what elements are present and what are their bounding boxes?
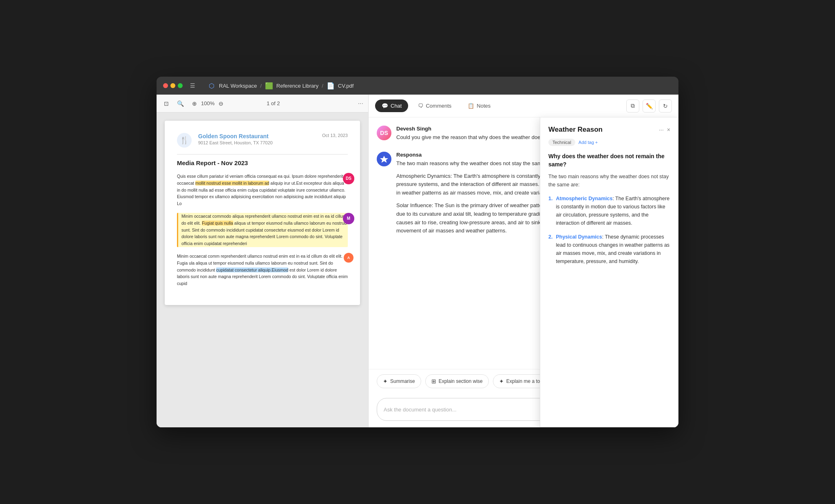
notes-list: 1. Atmospheric Dynamics: The Earth's atm… [548,195,670,271]
notes-item-2-link: Physical Dynamics [556,234,602,240]
pdf-highlight-2: Fugiat quis nulla [202,221,233,225]
svg-marker-2 [380,156,388,163]
notes-close-button[interactable]: × [667,126,670,133]
user-avatar-3: A [344,253,353,263]
summarise-label: Summarise [390,378,415,384]
notes-tab-label: Notes [477,103,490,109]
notes-list-item-2: 2. Physical Dynamics: These dynamic proc… [548,233,670,265]
sidebar-toggle-button[interactable]: ⊡ [161,99,171,108]
user-avatar-2: M [343,213,354,224]
tab-comments[interactable]: 🗨 Comments [411,99,458,112]
notes-popup-header: Weather Reason ··· × [548,126,670,134]
menu-button[interactable]: ☰ [188,81,198,91]
doc-date: Oct 13, 2023 [322,133,348,138]
header-actions: ⧉ ✏️ ↻ [626,99,672,113]
explain-section-button[interactable]: ⊞ Explain section wise [425,374,489,388]
notes-item-2-num: 2. [548,233,552,265]
notes-tab-icon: 📋 [468,103,474,109]
breadcrumb-sep-2: / [322,83,323,89]
breadcrumb-file[interactable]: CV.pdf [338,83,354,89]
user-avatar-1: DS [343,173,354,184]
restaurant-icon: 🍴 [177,133,192,148]
notes-item-1-content: Atmospheric Dynamics: The Earth's atmosp… [556,195,670,227]
restaurant-info: Golden Spoon Restaurant 9012 East Street… [198,133,273,145]
zoom-in-button[interactable]: ⊕ [190,99,199,108]
notes-popup-actions: ··· × [659,126,670,133]
main-content: ⊡ 🔍 ⊕ 100% ⊖ 1 of 2 ··· 🍴 [157,95,678,427]
library-icon: 🟩 [265,82,273,90]
zoom-out-button[interactable]: ⊖ [216,99,226,108]
summarise-button[interactable]: ✦ Summarise [377,374,421,388]
pdf-toolbar: ⊡ 🔍 ⊕ 100% ⊖ 1 of 2 ··· [157,95,368,113]
zoom-level: 100% [201,100,214,106]
ral-icon: ⬡ [208,82,216,90]
edit-button[interactable]: ✏️ [643,99,656,113]
pdf-icon: 📄 [327,82,335,90]
notes-popup-title: Weather Reason [548,126,603,134]
breadcrumb-sep-1: / [260,83,262,89]
doc-meta: Oct 13, 2023 [322,133,348,138]
divider-1 [177,154,348,155]
notes-item-1-link: Atmospheric Dynamics [556,196,612,201]
restaurant-address: 9012 East Street, Houston, TX 77020 [198,140,273,145]
explain-section-label: Explain section wise [439,378,483,384]
comments-tab-icon: 🗨 [418,103,423,109]
pdf-document: 🍴 Golden Spoon Restaurant 9012 East Stre… [157,113,368,427]
breadcrumb: ⬡ RAL Workspace / 🟩 Reference Library / … [208,82,353,90]
notes-question: Why does the weather does not remain the… [548,153,670,168]
comments-tab-label: Comments [426,103,451,109]
breadcrumb-workspace[interactable]: RAL Workspace [219,83,257,89]
tab-notes[interactable]: 📋 Notes [461,99,497,112]
search-button[interactable]: 🔍 [175,99,186,108]
pdf-highlight-1: mollit nostrud esse mollit in laborum ad [195,181,269,186]
notes-tag-row: Technical Add tag + [548,139,670,146]
ai-avatar [377,152,391,166]
add-tag-button[interactable]: Add tag + [579,140,598,145]
notes-list-item-1: 1. Atmospheric Dynamics: The Earth's atm… [548,195,670,227]
pdf-panel: ⊡ 🔍 ⊕ 100% ⊖ 1 of 2 ··· 🍴 [157,95,369,427]
refresh-button[interactable]: ↻ [659,99,672,113]
maximize-window-button[interactable] [178,83,183,88]
restaurant-header: 🍴 Golden Spoon Restaurant 9012 East Stre… [177,133,348,148]
chat-panel: 💬 Chat 🗨 Comments 📋 Notes ⧉ ✏️ ↻ ··· [369,95,678,427]
svg-text:🍴: 🍴 [180,136,189,145]
minimize-window-button[interactable] [170,83,175,88]
breadcrumb-library[interactable]: Reference Library [276,83,318,89]
chat-tab-icon: 💬 [382,103,388,109]
restaurant-name: Golden Spoon Restaurant [198,133,273,139]
pdf-paragraph-2: Minim occaecat commodo aliqua reprehende… [177,213,348,247]
tag-chip: Technical [548,139,575,146]
pdf-more-button[interactable]: ··· [358,100,363,107]
notes-popup: Weather Reason ··· × Technical Add tag +… [540,117,678,427]
pdf-paragraph-3: Minim occaecat comm reprehenderit ullamc… [177,253,348,287]
app-window: ☰ ⬡ RAL Workspace / 🟩 Reference Library … [157,77,678,427]
chat-header: 💬 Chat 🗨 Comments 📋 Notes ⧉ ✏️ ↻ [369,95,678,117]
notes-answer-intro: The two main reasons why the weather doe… [548,172,670,189]
pdf-highlight-3: cupidatat consectetur aliquip.Eiusmod [216,267,288,272]
tab-chat[interactable]: 💬 Chat [375,99,408,112]
summarise-icon: ✦ [383,378,388,385]
pdf-paragraph-1: Quis esse cillum pariatur id veniam offi… [177,173,348,207]
traffic-lights [163,83,183,88]
notes-item-2-content: Physical Dynamics: These dynamic process… [556,233,670,265]
close-window-button[interactable] [163,83,168,88]
chat-tab-label: Chat [391,103,402,109]
titlebar: ☰ ⬡ RAL Workspace / 🟩 Reference Library … [157,77,678,95]
doc-title: Media Report - Nov 2023 [177,159,348,166]
explain-section-icon: ⊞ [431,378,436,385]
notes-more-button[interactable]: ··· [659,126,664,133]
user-avatar: DS [377,126,391,140]
pdf-page: 🍴 Golden Spoon Restaurant 9012 East Stre… [165,121,360,305]
zoom-control: ⊕ 100% ⊖ [190,99,226,108]
page-indicator: 1 of 2 [267,100,280,106]
explain-topic-icon: ✦ [499,378,504,385]
copy-button[interactable]: ⧉ [626,99,639,113]
notes-item-1-num: 1. [548,195,552,227]
